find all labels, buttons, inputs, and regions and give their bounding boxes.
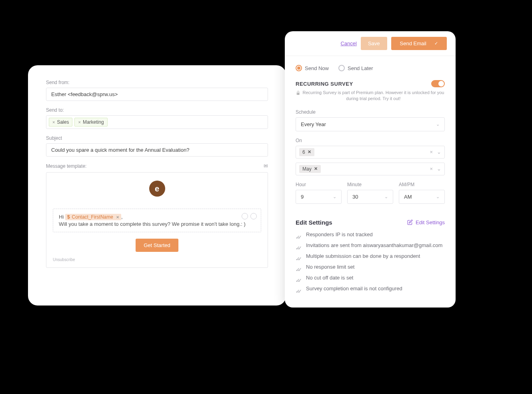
variable-insert-icon[interactable] <box>250 213 257 219</box>
greeting-suffix: , <box>121 214 123 220</box>
chevron-down-icon: ⌄ <box>436 194 440 199</box>
minute-dropdown[interactable]: 30 ⌄ <box>347 190 393 204</box>
recipient-tag-label: Sales <box>57 119 69 125</box>
close-icon[interactable]: ✕ <box>308 149 311 155</box>
brand-logo-letter: e <box>155 184 159 193</box>
ampm-value: AM <box>404 194 412 200</box>
panel-header: Cancel Save Send Email ✓ <box>285 31 456 56</box>
cancel-button[interactable]: Cancel <box>340 40 356 46</box>
subject-label: Subject <box>46 135 268 141</box>
settings-item: No cut off date is set <box>296 275 445 281</box>
premium-note-text: Recurring Survey is part of Premium plan… <box>302 90 445 102</box>
send-timing-radio-group: Send Now Send Later <box>296 65 445 71</box>
recurring-toggle[interactable] <box>431 80 445 87</box>
settings-item-text: No cut off date is set <box>306 275 353 281</box>
settings-item: No response limit set <box>296 264 445 270</box>
settings-item-text: Survey completion email is not configure… <box>306 285 402 291</box>
close-icon[interactable]: ✕ <box>116 215 119 219</box>
hour-value: 9 <box>301 194 304 200</box>
variable-token-label: Contact_FirstName <box>72 214 113 220</box>
compose-panel: Send from: Send to: × Sales × Marketing … <box>28 65 286 306</box>
radio-send-later[interactable]: Send Later <box>338 65 373 71</box>
settings-item: Responders IP is not tracked <box>296 231 445 237</box>
mail-icon: ✉ <box>264 163 268 169</box>
clear-icon[interactable]: × <box>430 149 433 155</box>
ampm-label: AM/PM <box>399 182 445 187</box>
recipient-tag-label: Marketing <box>83 119 104 125</box>
edit-settings-title: Edit Settings <box>296 219 332 226</box>
chevron-down-icon[interactable]: ⌄ <box>437 149 441 155</box>
recipient-tag[interactable]: × Marketing <box>74 118 107 127</box>
unsubscribe-link[interactable]: Unsubscribe <box>53 257 261 262</box>
get-started-button[interactable]: Get Started <box>136 239 178 252</box>
on-day-select[interactable]: 6 ✕ × ⌄ <box>296 146 445 159</box>
check-icon: ✓ <box>434 41 438 46</box>
message-template-label: Message template: <box>46 163 86 169</box>
settings-item-text: No response limit set <box>306 264 354 270</box>
recipient-tag[interactable]: × Sales <box>49 118 72 127</box>
radio-icon <box>338 65 345 71</box>
close-icon[interactable]: × <box>52 120 55 125</box>
send-to-input[interactable]: × Sales × Marketing <box>46 115 268 129</box>
edit-settings-link-label: Edit Settings <box>416 219 445 225</box>
chevron-down-icon: ⌄ <box>384 194 388 199</box>
hour-label: Hour <box>296 182 342 187</box>
recurring-survey-title: RECURRING SURVEY <box>296 81 353 87</box>
close-icon[interactable]: ✕ <box>314 166 318 171</box>
radio-send-now[interactable]: Send Now <box>296 65 329 71</box>
subject-input[interactable] <box>46 143 268 157</box>
hour-dropdown[interactable]: 9 ⌄ <box>296 190 342 204</box>
schedule-dropdown[interactable]: Every Year ⌄ <box>296 117 445 131</box>
radio-send-later-label: Send Later <box>348 65 373 71</box>
settings-item-text: Invitations are sent from aiswaryasantha… <box>306 242 442 248</box>
schedule-value: Every Year <box>301 121 326 127</box>
premium-note: Recurring Survey is part of Premium plan… <box>296 90 445 102</box>
on-label: On <box>296 138 445 143</box>
send-from-input[interactable] <box>46 88 268 101</box>
radio-send-now-label: Send Now <box>305 65 329 71</box>
edit-icon <box>407 219 413 225</box>
variable-token[interactable]: $Contact_FirstName✕ <box>65 214 121 220</box>
settings-item-text: Responders IP is not tracked <box>306 231 373 237</box>
chevron-down-icon: ⌄ <box>436 122 440 127</box>
chevron-down-icon: ⌄ <box>333 194 336 199</box>
edit-settings-link[interactable]: Edit Settings <box>407 219 445 225</box>
clear-icon[interactable]: × <box>430 166 433 172</box>
settings-item: Invitations are sent from aiswaryasantha… <box>296 242 445 248</box>
body-line: Will you take a moment to complete this … <box>59 221 255 227</box>
settings-item: Multiple submission can be done by a res… <box>296 253 445 259</box>
schedule-label: Schedule <box>296 109 445 115</box>
schedule-panel: Cancel Save Send Email ✓ Send Now Send L… <box>285 31 456 308</box>
minute-label: Minute <box>347 182 393 187</box>
send-from-label: Send from: <box>46 80 268 85</box>
send-email-button[interactable]: Send Email ✓ <box>391 37 447 50</box>
settings-item: Survey completion email is not configure… <box>296 285 445 291</box>
settings-item-text: Multiple submission can be done by a res… <box>306 253 420 259</box>
emoji-icon[interactable] <box>242 213 248 219</box>
on-month-select[interactable]: May ✕ × ⌄ <box>296 163 445 175</box>
send-email-label: Send Email <box>400 40 426 46</box>
settings-list: Responders IP is not tracked Invitations… <box>296 231 445 291</box>
message-template-area: e Hi $Contact_FirstName✕, Will you take … <box>46 172 268 268</box>
selected-chip[interactable]: May ✕ <box>299 165 321 173</box>
brand-logo: e <box>149 181 165 197</box>
greeting-prefix: Hi <box>59 214 65 220</box>
selected-chip[interactable]: 6 ✕ <box>299 148 314 156</box>
save-button[interactable]: Save <box>361 37 387 50</box>
ampm-dropdown[interactable]: AM ⌄ <box>399 190 445 204</box>
chip-label: 6 <box>302 149 305 155</box>
radio-icon <box>296 65 302 71</box>
chevron-down-icon[interactable]: ⌄ <box>437 166 441 172</box>
close-icon[interactable]: × <box>78 120 80 125</box>
lock-icon <box>296 90 300 102</box>
chip-label: May <box>302 166 312 172</box>
message-body-editor[interactable]: Hi $Contact_FirstName✕, Will you take a … <box>53 209 261 232</box>
minute-value: 30 <box>352 194 358 200</box>
send-to-label: Send to: <box>46 107 268 113</box>
